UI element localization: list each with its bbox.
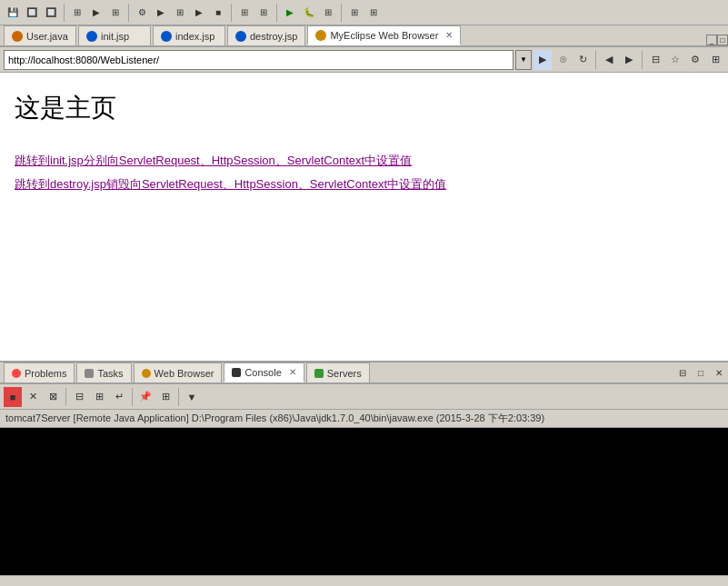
tasks-icon <box>85 369 94 378</box>
forward-button[interactable]: ▶ <box>620 50 638 70</box>
toolbar-btn-4[interactable]: ⊞ <box>68 4 86 22</box>
refresh-button[interactable]: ↻ <box>573 50 592 70</box>
link-destroy-jsp[interactable]: 跳转到destroy.jsp销毁向ServletRequest、HttpSess… <box>15 176 713 193</box>
problems-icon <box>12 369 21 378</box>
console-sep-3 <box>178 388 179 406</box>
url-dropdown-btn[interactable]: ▼ <box>515 50 532 70</box>
sep-5 <box>341 4 342 22</box>
toolbar-btn-9[interactable]: ⊞ <box>171 4 189 22</box>
tab-label-web-browser: MyEclipse Web Browser <box>330 30 438 41</box>
bottom-panel-close-btn[interactable]: ✕ <box>710 363 728 382</box>
browser-icon-tab <box>315 30 326 41</box>
tab-index-jsp[interactable]: index.jsp <box>153 25 225 45</box>
sep-4 <box>276 4 277 22</box>
nav-sep-1 <box>595 51 596 69</box>
nav-sep-2 <box>642 51 643 69</box>
sep-2 <box>128 4 129 22</box>
tab-destroy-jsp[interactable]: destroy.jsp <box>227 25 305 45</box>
console-pin-btn[interactable]: 📌 <box>136 387 155 407</box>
page-heading: 这是主页 <box>15 91 713 125</box>
tab-label-init-jsp: init.jsp <box>101 31 129 42</box>
minimize-button[interactable]: _ <box>706 35 717 45</box>
tab-label-index-jsp: index.jsp <box>175 31 214 42</box>
bottom-panel-maximize-btn[interactable]: □ <box>692 363 710 382</box>
toolbar-btn-10[interactable]: ▶ <box>190 4 208 22</box>
console-path-text: tomcat7Server [Remote Java Application] … <box>5 412 544 423</box>
toolbar-group-1: 💾 🔲 🔲 <box>4 4 60 22</box>
print-button[interactable]: ⊟ <box>646 50 664 70</box>
link-init-jsp[interactable]: 跳转到init.jsp分别向ServletRequest、HttpSession… <box>15 153 713 169</box>
console-tab-close[interactable]: ✕ <box>289 367 296 377</box>
console-open-btn[interactable]: ⊞ <box>156 387 175 407</box>
bottom-tab-console[interactable]: Console ✕ <box>224 363 304 382</box>
tab-label-user-java: User.java <box>26 31 68 42</box>
console-disconnect-btn[interactable]: ⊠ <box>44 387 62 407</box>
url-input[interactable] <box>4 50 514 70</box>
toolbar-profile-btn[interactable]: ⊞ <box>319 4 337 22</box>
bookmark-button[interactable]: ☆ <box>666 50 684 70</box>
bottom-tab-web-browser-label: Web Browser <box>155 368 214 379</box>
horizontal-scrollbar[interactable] <box>0 575 728 586</box>
bottom-tab-bar: Problems Tasks Web Browser Console ✕ Ser… <box>0 363 728 384</box>
console-path: tomcat7Server [Remote Java Application] … <box>0 410 728 428</box>
toolbar-group-6: ⊞ ⊞ <box>345 4 383 22</box>
tab-label-destroy-jsp: destroy.jsp <box>250 31 297 42</box>
settings-button[interactable]: ⚙ <box>686 50 704 70</box>
bottom-tab-problems-label: Problems <box>25 368 66 379</box>
web-browser-icon <box>142 369 151 378</box>
console-word-wrap-btn[interactable]: ↵ <box>110 387 128 407</box>
bottom-tab-servers[interactable]: Servers <box>306 363 370 382</box>
toolbar-btn-12[interactable]: ⊞ <box>235 4 254 22</box>
console-toolbar: ■ ✕ ⊠ ⊟ ⊞ ↵ 📌 ⊞ ▼ <box>0 384 728 410</box>
go-button[interactable]: ▶ <box>534 50 552 70</box>
console-terminate-btn[interactable]: ✕ <box>24 387 42 407</box>
jsp-icon-destroy <box>235 31 246 42</box>
tab-user-java[interactable]: User.java <box>4 25 76 45</box>
toolbar-btn-11[interactable]: ■ <box>209 4 227 22</box>
back-button[interactable]: ◀ <box>600 50 618 70</box>
tab-init-jsp[interactable]: init.jsp <box>78 25 151 45</box>
sep-1 <box>64 4 65 22</box>
toolbar-btn-8[interactable]: ▶ <box>152 4 170 22</box>
sep-3 <box>231 4 232 22</box>
bottom-tab-console-label: Console <box>244 367 281 378</box>
console-scroll-lock-btn[interactable]: ⊞ <box>90 387 108 407</box>
bottom-tab-tasks-label: Tasks <box>97 368 123 379</box>
editor-tab-bar: User.java init.jsp index.jsp destroy.jsp… <box>0 25 728 47</box>
main-toolbar: 💾 🔲 🔲 ⊞ ▶ ⊞ ⚙ ▶ ⊞ ▶ ■ ⊞ ⊞ ▶ 🐛 ⊞ ⊞ ⊞ <box>0 0 728 25</box>
toolbar-debug-btn[interactable]: 🐛 <box>300 4 318 22</box>
servers-icon <box>314 369 324 378</box>
console-clear-btn[interactable]: ⊟ <box>70 387 88 407</box>
console-sep-2 <box>132 388 133 406</box>
browser-content-area: 这是主页 跳转到init.jsp分别向ServletRequest、HttpSe… <box>0 73 728 361</box>
toolbar-btn-3[interactable]: 🔲 <box>42 4 60 22</box>
toolbar-group-3: ⚙ ▶ ⊞ ▶ ■ <box>133 4 227 22</box>
jsp-icon-index <box>161 31 172 42</box>
toolbar-btn-7[interactable]: ⚙ <box>133 4 151 22</box>
console-icon <box>232 368 241 377</box>
bottom-panel-minimize-btn[interactable]: ⊟ <box>673 363 692 382</box>
browser-nav-btn-extra[interactable]: ⊞ <box>706 50 724 70</box>
bottom-tab-web-browser[interactable]: Web Browser <box>134 363 223 382</box>
bottom-tab-tasks[interactable]: Tasks <box>76 363 131 382</box>
toolbar-group-5: ▶ 🐛 ⊞ <box>281 4 337 22</box>
bottom-panel: Problems Tasks Web Browser Console ✕ Ser… <box>0 361 728 586</box>
toolbar-btn-5[interactable]: ▶ <box>87 4 105 22</box>
tab-close-web-browser[interactable]: ✕ <box>445 30 453 40</box>
bottom-tab-problems[interactable]: Problems <box>4 363 75 382</box>
toolbar-btn-13[interactable]: ⊞ <box>254 4 273 22</box>
console-output <box>0 428 728 575</box>
tab-web-browser[interactable]: MyEclipse Web Browser ✕ <box>307 25 461 45</box>
console-view-menu-btn[interactable]: ▼ <box>183 387 201 407</box>
bottom-tab-servers-label: Servers <box>327 368 362 379</box>
toolbar-btn-15[interactable]: ⊞ <box>364 4 383 22</box>
maximize-button[interactable]: □ <box>717 35 728 45</box>
toolbar-btn-1[interactable]: 💾 <box>4 4 22 22</box>
console-stop-btn[interactable]: ■ <box>4 387 22 407</box>
toolbar-run-btn[interactable]: ▶ <box>281 4 299 22</box>
stop-button[interactable]: ⊗ <box>553 50 572 70</box>
toolbar-btn-6[interactable]: ⊞ <box>106 4 125 22</box>
toolbar-btn-14[interactable]: ⊞ <box>345 4 364 22</box>
browser-address-bar: ▼ ▶ ⊗ ↻ ◀ ▶ ⊟ ☆ ⚙ ⊞ <box>0 47 728 73</box>
toolbar-btn-2[interactable]: 🔲 <box>23 4 41 22</box>
